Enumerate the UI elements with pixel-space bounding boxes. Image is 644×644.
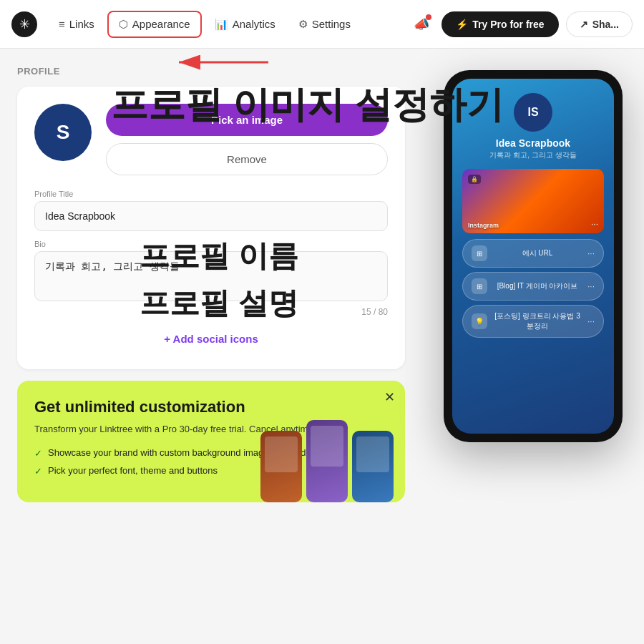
promo-preview-3	[352, 431, 394, 502]
nav-settings-label: Settings	[312, 18, 351, 30]
phone-frame: IS Idea Scrapbook 기록과 회고, 그리고 생각들 🔒 Inst…	[444, 70, 623, 442]
phone-link-text-3: [포스팅] 링크트리 사용법 3분정리	[493, 311, 582, 331]
bolt-icon: ⚡	[456, 19, 468, 30]
phone-avatar: IS	[514, 93, 552, 132]
nav-appearance[interactable]: ⬡ Appearance	[107, 11, 202, 38]
phone-link-icon-2: ⊞	[472, 278, 487, 294]
profile-card: S Pick an image Remove Profile Title Bio…	[17, 87, 405, 369]
profile-title-label: Profile Title	[34, 190, 388, 198]
profile-title-group: Profile Title	[34, 190, 388, 231]
check-icon-2: ✓	[34, 465, 42, 478]
appearance-icon: ⬡	[119, 18, 128, 31]
logo[interactable]: ✳	[11, 11, 37, 37]
right-panel: IS Idea Scrapbook 기록과 회고, 그리고 생각들 🔒 Inst…	[422, 49, 644, 644]
promo-close-button[interactable]: ✕	[384, 389, 395, 405]
promo-preview-2	[306, 420, 348, 502]
share-icon: ↗	[580, 19, 588, 30]
nav-appearance-label: Appearance	[132, 18, 190, 30]
phone-banner-label: Instagram	[468, 222, 499, 229]
promo-preview-1	[260, 431, 302, 502]
profile-section-label: Profile	[17, 66, 405, 77]
phone-banner-dots[interactable]: ···	[591, 219, 598, 229]
phone-link-more-1[interactable]: ···	[587, 248, 595, 258]
remove-button[interactable]: Remove	[106, 143, 388, 175]
nav-analytics-label: Analytics	[233, 18, 275, 30]
phone-screen: IS Idea Scrapbook 기록과 회고, 그리고 생각들 🔒 Inst…	[452, 79, 614, 434]
share-label: Sha...	[592, 19, 619, 30]
phone-link-icon-1: ⊞	[472, 245, 487, 261]
nav-links[interactable]: ≡ Links	[49, 12, 104, 36]
bio-input[interactable]: 기록과 회고, 그리고 생각들	[34, 251, 388, 301]
promo-card: ✕ Get unlimited customization Transform …	[17, 381, 405, 502]
try-pro-label: Try Pro for free	[472, 19, 544, 30]
phone-link-more-3[interactable]: ···	[587, 316, 595, 326]
avatar: S	[34, 104, 92, 161]
phone-link-more-2[interactable]: ···	[587, 281, 595, 291]
bio-label: Bio	[34, 240, 388, 248]
check-icon-1: ✓	[34, 447, 42, 460]
phone-link-3[interactable]: 💡 [포스팅] 링크트리 사용법 3분정리 ···	[462, 305, 604, 338]
char-count: 15 / 80	[34, 307, 388, 317]
settings-icon: ⚙	[298, 18, 308, 31]
phone-banner: 🔒 Instagram ···	[462, 169, 604, 233]
promo-images	[260, 420, 394, 502]
phone-name: Idea Scrapbook	[462, 137, 604, 149]
phone-link-icon-3: 💡	[472, 313, 487, 329]
notification-button[interactable]: 📣	[409, 11, 434, 37]
phone-link-2[interactable]: ⊞ [Blog] IT 게이머 아카이브 ···	[462, 272, 604, 301]
header-right: 📣 ⚡ Try Pro for free ↗ Sha...	[409, 11, 633, 37]
profile-title-input[interactable]	[34, 201, 388, 231]
links-icon: ≡	[59, 18, 65, 30]
promo-title: Get unlimited customization	[34, 398, 388, 416]
pick-image-button[interactable]: Pick an image	[106, 104, 388, 136]
phone-link-text-1: 에시 URL	[493, 248, 582, 258]
image-buttons: Pick an image Remove	[106, 104, 388, 175]
nav-analytics[interactable]: 📊 Analytics	[205, 12, 286, 36]
nav-settings[interactable]: ⚙ Settings	[288, 12, 361, 36]
nav-links-label: Links	[69, 18, 94, 30]
lock-badge: 🔒	[468, 175, 481, 184]
profile-top: S Pick an image Remove	[34, 104, 388, 175]
try-pro-button[interactable]: ⚡ Try Pro for free	[441, 11, 558, 37]
share-button[interactable]: ↗ Sha...	[566, 11, 633, 37]
left-panel: Profile S Pick an image Remove Profile T…	[0, 49, 422, 644]
analytics-icon: 📊	[215, 18, 228, 31]
header: ✳ ≡ Links ⬡ Appearance 📊 Analytics ⚙ Set…	[0, 0, 644, 49]
main-content: Profile S Pick an image Remove Profile T…	[0, 49, 644, 644]
bio-group: Bio 기록과 회고, 그리고 생각들 15 / 80	[34, 240, 388, 317]
phone-link-1[interactable]: ⊞ 에시 URL ···	[462, 239, 604, 268]
add-social-button[interactable]: + Add social icons	[34, 326, 388, 352]
notification-dot	[426, 14, 431, 20]
phone-bio: 기록과 회고, 그리고 생각들	[462, 150, 604, 160]
phone-link-text-2: [Blog] IT 게이머 아카이브	[493, 281, 582, 291]
phone-content: IS Idea Scrapbook 기록과 회고, 그리고 생각들 🔒 Inst…	[452, 79, 614, 434]
